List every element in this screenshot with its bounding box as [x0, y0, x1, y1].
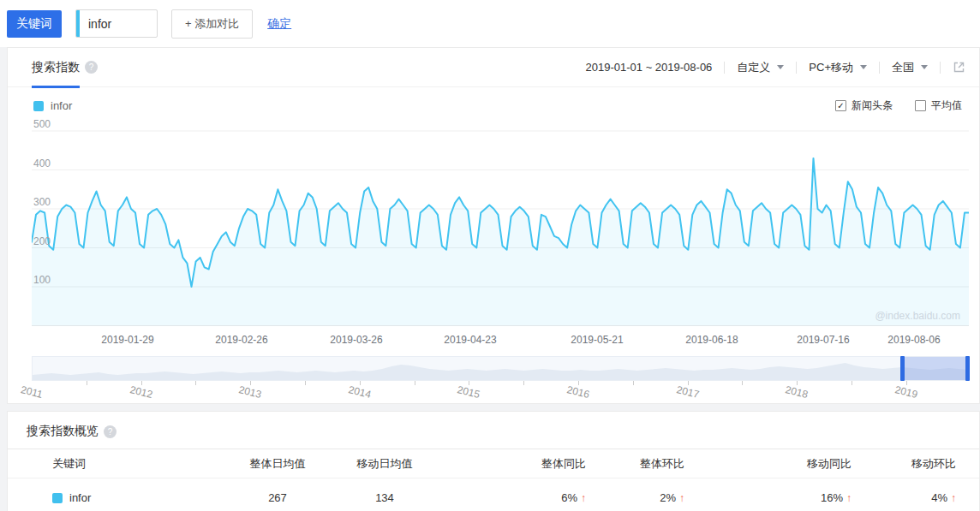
timeline-year-label: 2017 — [675, 383, 700, 401]
keyword-toolbar: 关键词 infor + 添加对比 确定 — [0, 0, 980, 47]
x-axis: 2019-01-292019-02-262019-03-262019-04-23… — [32, 330, 969, 349]
search-index-panel: 搜索指数 ? 2019-01-01 ~ 2019-08-06 自定义 PC+移动… — [7, 47, 980, 404]
col-overall-qoq: 整体环比 — [607, 456, 702, 472]
legend-color-swatch — [33, 101, 44, 111]
timeline-tick — [195, 381, 196, 385]
timeline-year-label: 2018 — [785, 383, 810, 401]
timeline-tick — [742, 381, 743, 385]
add-compare-button[interactable]: + 添加对比 — [171, 9, 253, 39]
timeline-year-label: 2011 — [20, 383, 44, 401]
col-keyword: 关键词 — [52, 456, 213, 472]
legend-label: infor — [51, 99, 72, 112]
chart-area-svg — [32, 125, 969, 330]
timeline-year-label: 2014 — [347, 383, 372, 401]
search-index-chart[interactable]: @index.baidu.com 100200300400500 — [32, 125, 969, 330]
table-row: infor 267 134 6%↑ 2%↑ 16%↑ 4%↑ — [8, 478, 979, 511]
row-mobile-yoy: 16%↑ — [702, 491, 873, 504]
export-icon[interactable] — [953, 61, 965, 74]
timeline-selection[interactable] — [902, 357, 968, 380]
watermark: @index.baidu.com — [875, 310, 960, 322]
tab-search-index[interactable]: 搜索指数 — [32, 60, 80, 75]
chevron-down-icon — [777, 65, 784, 69]
legend-item-infor[interactable]: infor — [33, 99, 72, 112]
chevron-down-icon — [860, 65, 867, 69]
timeline-tick — [250, 381, 251, 385]
confirm-link[interactable]: 确定 — [267, 16, 291, 32]
up-arrow-icon: ↑ — [581, 492, 586, 504]
keyword-button[interactable]: 关键词 — [7, 10, 62, 38]
overview-title: 搜索指数概览 — [27, 424, 99, 439]
row-mobile-qoq: 4%↑ — [873, 491, 977, 504]
x-axis-label: 2019-07-16 — [797, 334, 849, 346]
col-mobile-qoq: 移动环比 — [873, 456, 977, 472]
row-mobile-avg: 134 — [342, 491, 427, 504]
timeline-year-label: 2019 — [893, 383, 918, 401]
col-mobile-yoy: 移动同比 — [702, 456, 873, 472]
y-axis-label: 400 — [33, 157, 51, 169]
x-axis-label: 2019-01-29 — [101, 334, 153, 346]
region-value: 全国 — [892, 60, 914, 75]
range-mode-dropdown[interactable]: 自定义 — [737, 60, 784, 75]
checkbox-unchecked-icon — [915, 100, 926, 111]
region-dropdown[interactable]: 全国 — [892, 60, 928, 75]
timeline-year-axis: 201120122013201420152016201720182019 — [32, 381, 969, 401]
row-keyword: infor — [69, 491, 91, 504]
timeline-tick — [360, 381, 361, 385]
panel-header: 搜索指数 ? 2019-01-01 ~ 2019-08-06 自定义 PC+移动… — [8, 48, 979, 87]
timeline-tick — [415, 381, 415, 385]
timeline-tick — [688, 381, 689, 385]
toggle-average[interactable]: 平均值 — [915, 98, 962, 113]
timeline-tick — [578, 381, 579, 385]
date-range-label: 2019-01-01 ~ 2019-08-06 — [586, 61, 713, 74]
toggle-news-headline[interactable]: ✓ 新闻头条 — [835, 98, 893, 113]
up-arrow-icon: ↑ — [679, 492, 684, 504]
col-overall-avg: 整体日均值 — [213, 456, 342, 472]
table-header-row: 关键词 整体日均值 移动日均值 整体同比 整体环比 移动同比 移动环比 — [8, 449, 979, 478]
row-overall-qoq: 2%↑ — [607, 491, 702, 504]
timeline-year-label: 2016 — [565, 383, 590, 401]
row-color-swatch — [52, 493, 63, 503]
divider — [724, 62, 725, 74]
x-axis-label: 2019-03-26 — [330, 334, 382, 346]
x-axis-label: 2019-02-26 — [215, 334, 267, 346]
toggle-news-label: 新闻头条 — [852, 98, 893, 113]
timeline-year-label: 2013 — [238, 383, 263, 401]
active-tab-indicator — [32, 86, 80, 88]
keyword-input[interactable]: infor — [75, 9, 158, 38]
up-arrow-icon: ↑ — [951, 492, 956, 504]
timeline-tick — [87, 381, 87, 385]
timeline-tick — [633, 381, 634, 385]
timeline-slider[interactable] — [32, 356, 969, 381]
overview-help-icon[interactable]: ? — [104, 425, 117, 438]
timeline-year-label: 2015 — [457, 383, 481, 401]
help-icon[interactable]: ? — [85, 61, 98, 74]
checkbox-checked-icon: ✓ — [835, 100, 846, 111]
divider — [940, 62, 941, 74]
y-axis-label: 500 — [33, 118, 51, 130]
x-axis-label: 2019-06-18 — [685, 334, 738, 346]
timeline-tick — [141, 381, 142, 385]
timeline-tick — [469, 381, 469, 385]
y-axis-label: 200 — [33, 235, 51, 247]
timeline-handle-right[interactable] — [965, 356, 970, 381]
timeline-tick — [852, 381, 852, 385]
timeline-year-label: 2012 — [128, 383, 153, 401]
row-overall-avg: 267 — [213, 491, 342, 504]
x-axis-label: 2019-08-06 — [887, 334, 940, 346]
col-overall-yoy: 整体同比 — [427, 456, 607, 472]
divider — [879, 62, 880, 74]
timeline-handle-left[interactable] — [900, 356, 905, 381]
range-mode-value: 自定义 — [737, 60, 770, 75]
keyword-color-accent — [76, 10, 80, 37]
timeline-preview-svg — [33, 357, 968, 380]
up-arrow-icon: ↑ — [846, 492, 852, 504]
keyword-input-value: infor — [76, 17, 111, 31]
platform-dropdown[interactable]: PC+移动 — [809, 60, 867, 75]
legend-row: infor ✓ 新闻头条 平均值 — [8, 87, 979, 113]
x-axis-label: 2019-04-23 — [444, 334, 496, 346]
col-mobile-avg: 移动日均值 — [342, 456, 427, 472]
chevron-down-icon — [921, 65, 928, 69]
toggle-average-label: 平均值 — [931, 98, 962, 113]
overview-panel: 搜索指数概览 ? 关键词 整体日均值 移动日均值 整体同比 整体环比 移动同比 … — [7, 411, 980, 511]
timeline-tick — [797, 381, 798, 385]
